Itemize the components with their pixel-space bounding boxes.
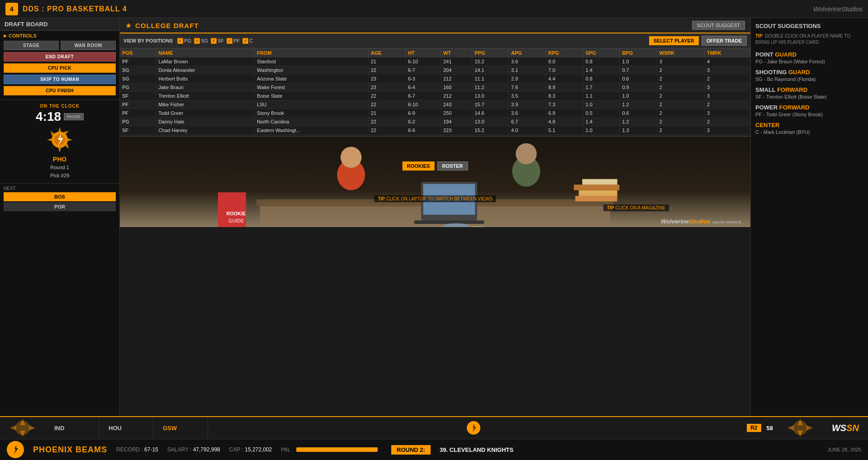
c-checkbox[interactable] bbox=[242, 38, 248, 44]
table-cell: Chad Harvey bbox=[156, 126, 255, 135]
filter-pf[interactable]: PF bbox=[227, 38, 240, 44]
table-cell: 6.7 bbox=[509, 118, 546, 126]
offer-trade-button[interactable]: OFFER TRADE bbox=[702, 36, 747, 46]
col-bpg[interactable]: BPG bbox=[620, 48, 657, 57]
skip-to-human-button[interactable]: SKIP TO HUMAN bbox=[4, 75, 116, 84]
table-cell: 243 bbox=[441, 100, 472, 109]
table-row[interactable]: PFTodd GreerStony Brook216-925014.63.66.… bbox=[120, 109, 750, 118]
cpu-pick-button[interactable]: CPU PICK bbox=[4, 63, 116, 73]
scout-player-name[interactable]: SG - Bo Raymond (Florida) bbox=[755, 76, 863, 82]
table-row[interactable]: SFTrenton ElliottBoise State226-721213.0… bbox=[120, 92, 750, 100]
pf-checkbox[interactable] bbox=[227, 38, 232, 44]
svg-point-41 bbox=[10, 444, 21, 455]
table-cell: 2 bbox=[657, 92, 704, 100]
col-ht[interactable]: HT bbox=[405, 48, 441, 57]
scout-tip: TIP DOUBLE CLICK ON A PLAYER NAME TO BRI… bbox=[755, 33, 863, 46]
scout-suggest-button[interactable]: SCOUT SUGGEST bbox=[692, 21, 745, 30]
col-tmrk[interactable]: TMRK bbox=[704, 48, 750, 57]
table-row[interactable]: PGDanny HaleNorth Carolina226-219413.06.… bbox=[120, 118, 750, 126]
table-cell: 212 bbox=[441, 75, 472, 83]
table-cell: North Carolina bbox=[255, 118, 369, 126]
next-section: NEXT BOS POR bbox=[0, 184, 119, 214]
pause-button[interactable]: PAUSE bbox=[64, 113, 84, 120]
sg-checkbox[interactable] bbox=[194, 38, 200, 44]
player-table-wrapper[interactable]: POS NAME FROM AGE HT WT PPG APG RPG SPG bbox=[120, 48, 750, 137]
table-row[interactable]: SGHerbert BottsArizona State236-321211.1… bbox=[120, 75, 750, 83]
table-row[interactable]: PGJake BraunWake Forest236-416011.27.68.… bbox=[120, 83, 750, 92]
roster-button[interactable]: ROSTER bbox=[437, 161, 468, 171]
svg-point-34 bbox=[468, 422, 479, 433]
draft-board-title: DRAFT BOARD bbox=[0, 18, 119, 31]
col-apg[interactable]: APG bbox=[509, 48, 546, 57]
war-room-button[interactable]: WAR ROOM bbox=[61, 41, 116, 50]
col-from[interactable]: FROM bbox=[255, 48, 369, 57]
filter-c[interactable]: C bbox=[242, 38, 253, 44]
col-ppg[interactable]: PPG bbox=[472, 48, 509, 57]
stage-button[interactable]: STAGE bbox=[4, 41, 59, 50]
table-cell: Todd Greer bbox=[156, 109, 255, 118]
select-player-button[interactable]: SELECT PLAYER bbox=[649, 36, 699, 45]
table-cell: 22 bbox=[368, 92, 405, 100]
filter-sg[interactable]: SG bbox=[194, 38, 208, 44]
table-cell: 7.0 bbox=[546, 66, 583, 75]
pg-checkbox[interactable] bbox=[177, 38, 183, 44]
col-pos[interactable]: POS bbox=[120, 48, 156, 57]
end-draft-button[interactable]: END DRAFT bbox=[4, 52, 116, 62]
scout-player-name[interactable]: C - Mark Lockhart (BYU) bbox=[755, 129, 863, 135]
col-spg[interactable]: SPG bbox=[583, 48, 620, 57]
scout-player-name[interactable]: PG - Jake Braun (Wake Forest) bbox=[755, 59, 863, 64]
col-age[interactable]: AGE bbox=[368, 48, 405, 57]
controls-title: CONTROLS bbox=[4, 33, 116, 38]
draft-board-panel: DRAFT BOARD CONTROLS STAGE WAR ROOM END … bbox=[0, 18, 120, 416]
col-name[interactable]: NAME bbox=[156, 48, 255, 57]
rookies-button[interactable]: ROOKIES bbox=[403, 161, 435, 171]
scout-panel-title: SCOUT SUGGESTIONS bbox=[755, 23, 863, 29]
table-row[interactable]: SFChad HarveyEastern Washingt...226-6223… bbox=[120, 126, 750, 135]
ticker-round-badge: R2 bbox=[747, 424, 761, 432]
col-wsrk[interactable]: WSRK bbox=[657, 48, 704, 57]
table-cell: 6-7 bbox=[405, 66, 441, 75]
table-row[interactable]: PFMike FisherLSU226-1024315.73.97.31.01.… bbox=[120, 100, 750, 109]
table-cell: PF bbox=[120, 109, 156, 118]
filter-pg[interactable]: PG bbox=[177, 38, 191, 44]
table-cell: Trenton Elliott bbox=[156, 92, 255, 100]
table-cell: PG bbox=[120, 118, 156, 126]
table-cell: 5.1 bbox=[546, 126, 583, 135]
table-cell: 15.7 bbox=[472, 100, 509, 109]
scout-player-name[interactable]: PF - Todd Greer (Stony Brook) bbox=[755, 112, 863, 117]
table-cell: 21 bbox=[368, 109, 405, 118]
table-cell: 6-10 bbox=[405, 100, 441, 109]
table-cell: PF bbox=[120, 57, 156, 66]
table-cell: 7.3 bbox=[546, 100, 583, 109]
table-cell: Boise State bbox=[255, 92, 369, 100]
svg-marker-32 bbox=[10, 425, 16, 431]
col-wt[interactable]: WT bbox=[441, 48, 472, 57]
next-team-bos[interactable]: BOS bbox=[4, 192, 116, 201]
col-rpg[interactable]: RPG bbox=[546, 48, 583, 57]
table-cell: PF bbox=[120, 100, 156, 109]
table-cell: 2 bbox=[657, 100, 704, 109]
table-cell: 3.1 bbox=[509, 66, 546, 75]
table-cell: 241 bbox=[441, 57, 472, 66]
table-cell: 1.0 bbox=[583, 126, 620, 135]
table-cell: 0.6 bbox=[620, 75, 657, 83]
table-cell: LaMar Brown bbox=[156, 57, 255, 66]
player-table-body: PFLaMar BrownStanford216-1024115.23.68.0… bbox=[120, 57, 750, 137]
table-cell: 23 bbox=[368, 75, 405, 83]
filter-sf[interactable]: SF bbox=[211, 38, 224, 44]
table-cell: 0.8 bbox=[583, 57, 620, 66]
sf-checkbox[interactable] bbox=[211, 38, 217, 44]
table-cell: 13.0 bbox=[472, 118, 509, 126]
view-by-positions-label: VIEW BY POSITIONS bbox=[123, 38, 173, 43]
next-team-por[interactable]: POR bbox=[4, 202, 116, 211]
cpu-finish-button[interactable]: CPU FINISH bbox=[4, 86, 116, 95]
table-cell: Jake Braun bbox=[156, 83, 255, 92]
scout-player-name[interactable]: SF - Trenton Elliott (Boise State) bbox=[755, 94, 863, 100]
laptop-tip: TIP CLICK ON LAPTOP TO SWITCH BETWEEN VI… bbox=[374, 195, 496, 202]
table-row[interactable]: PFLaMar BrownStanford216-1024115.23.68.0… bbox=[120, 57, 750, 66]
table-cell: 4.8 bbox=[546, 118, 583, 126]
table-row[interactable]: SGDonta AlexanderWashington226-720414.13… bbox=[120, 66, 750, 75]
controls-section: CONTROLS STAGE WAR ROOM END DRAFT CPU PI… bbox=[0, 31, 119, 100]
table-cell: 22 bbox=[368, 126, 405, 135]
content-row: DRAFT BOARD CONTROLS STAGE WAR ROOM END … bbox=[0, 18, 868, 416]
